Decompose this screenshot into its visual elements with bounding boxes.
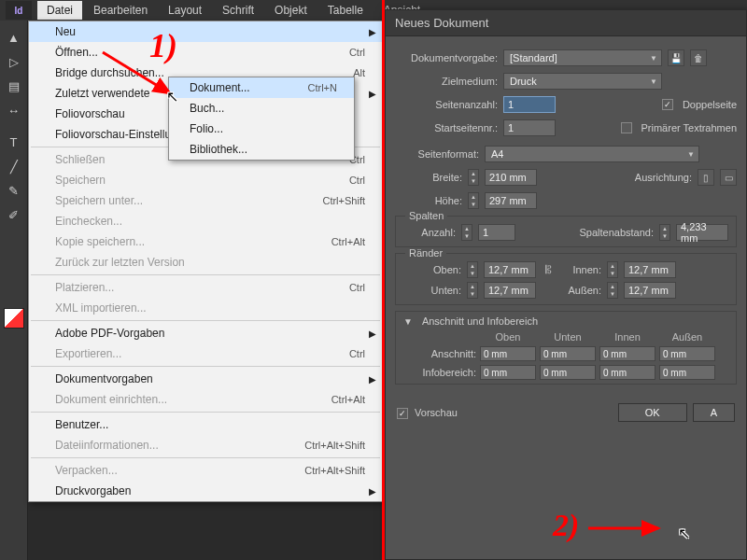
pageformat-label: Seitenformat: [395, 148, 479, 160]
save-preset-icon[interactable]: 💾 [668, 49, 684, 66]
menu-item: Zurück zur letzten Version [29, 252, 382, 273]
menu-tabelle[interactable]: Tabelle [318, 1, 373, 20]
columns-count-input[interactable]: 1 [478, 224, 515, 241]
slug-top-input[interactable]: 0 mm [480, 365, 536, 380]
bleed-outer-input[interactable]: 0 mm [659, 346, 715, 361]
delete-preset-icon[interactable]: 🗑 [690, 49, 707, 66]
menu-item: XML importieren... [29, 298, 382, 318]
margin-outer-input[interactable]: 12,7 mm [624, 282, 676, 299]
bleed-group: ▼ Anschnitt und Infobereich Oben Unten I… [395, 311, 737, 385]
page-tool-icon[interactable]: ▤ [3, 75, 25, 97]
facing-checkbox[interactable]: ✓ [662, 99, 673, 110]
margin-bottom-spinner[interactable]: ▲▼ [467, 282, 478, 299]
menu-item: Platzieren...Ctrl [29, 277, 382, 298]
bleed-bottom-input[interactable]: 0 mm [540, 346, 596, 361]
columns-count-spinner[interactable]: ▲▼ [461, 224, 472, 241]
menu-layout[interactable]: Layout [159, 1, 211, 20]
menu-item[interactable]: Benutzer... [29, 414, 382, 435]
menu-item[interactable]: Öffnen...Ctrl [29, 42, 382, 63]
height-spinner[interactable]: ▲▼ [468, 192, 479, 209]
neu-submenu: Dokument...Ctrl+NBuch...Folio...Biblioth… [168, 77, 355, 161]
menu-objekt[interactable]: Objekt [265, 1, 317, 20]
new-document-dialog: Neues Dokument Dokumentvorgabe: [Standar… [385, 9, 747, 560]
cancel-button[interactable]: A [693, 403, 735, 422]
pages-input[interactable]: 1 [503, 96, 556, 113]
bleed-hdr-inner: Innen [599, 331, 655, 343]
menu-item: Einchecken... [29, 211, 382, 231]
margin-bottom-label: Unten: [403, 285, 461, 296]
columns-gutter-spinner[interactable]: ▲▼ [659, 224, 670, 241]
slug-inner-input[interactable]: 0 mm [599, 365, 655, 380]
preview-label: Vorschau [415, 407, 458, 418]
columns-gutter-input[interactable]: 4,233 mm [676, 224, 728, 241]
pageformat-select[interactable]: A4▼ [485, 146, 699, 162]
margins-group: Ränder Oben: ▲▼ 12,7 mm 𝄡 Innen: ▲▼ 12,7… [395, 253, 737, 305]
menu-item: Verpacken...Ctrl+Alt+Shift [29, 460, 382, 481]
menu-item: Dateiinformationen...Ctrl+Alt+Shift [29, 435, 382, 455]
collapse-icon[interactable]: ▼ [403, 316, 413, 327]
cursor-icon: ↖ [166, 88, 178, 105]
menu-item[interactable]: Neu▶ [29, 21, 382, 42]
pen-tool-icon[interactable]: ✎ [3, 179, 25, 202]
landscape-icon[interactable]: ▭ [720, 169, 737, 186]
annotation-divider [382, 0, 385, 560]
direct-select-tool-icon[interactable]: ▷ [3, 50, 25, 73]
portrait-icon[interactable]: ▯ [698, 169, 714, 186]
margin-inner-label: Innen: [560, 264, 601, 275]
menu-item[interactable]: Druckvorgaben▶ [29, 481, 382, 501]
submenu-item[interactable]: Folio... [169, 119, 354, 139]
preset-select[interactable]: [Standard]▼ [503, 49, 662, 66]
submenu-item[interactable]: Buch... [169, 98, 354, 119]
ok-button[interactable]: OK [618, 403, 687, 422]
columns-title: Spalten [405, 210, 447, 221]
type-tool-icon[interactable]: T [3, 131, 25, 153]
menu-item: Exportieren...Ctrl [29, 343, 382, 364]
slug-bottom-input[interactable]: 0 mm [540, 365, 596, 380]
margin-inner-input[interactable]: 12,7 mm [624, 261, 676, 278]
startpage-label: Startseitennr.: [395, 122, 498, 133]
bleed-top-input[interactable]: 0 mm [480, 346, 536, 361]
fill-stroke-swatch[interactable] [4, 308, 24, 329]
startpage-input[interactable]: 1 [503, 119, 556, 136]
pages-label: Seitenanzahl: [395, 99, 498, 110]
submenu-item[interactable]: Dokument...Ctrl+N [169, 77, 354, 98]
annotation-arrow-2 [584, 519, 677, 538]
link-margins-icon[interactable]: 𝄡 [542, 263, 555, 276]
margin-bottom-input[interactable]: 12,7 mm [484, 282, 536, 299]
margin-inner-spinner[interactable]: ▲▼ [607, 261, 618, 278]
width-label: Breite: [395, 172, 462, 183]
menu-item: Speichern unter...Ctrl+Shift [29, 190, 382, 211]
menu-item[interactable]: Adobe PDF-Vorgaben▶ [29, 323, 382, 343]
menu-schrift[interactable]: Schrift [213, 1, 263, 20]
width-input[interactable]: 210 mm [485, 169, 537, 186]
primary-checkbox[interactable] [621, 122, 632, 133]
menu-item[interactable]: Dokumentvorgaben▶ [29, 369, 382, 389]
chevron-down-icon: ▼ [650, 77, 657, 86]
preset-label: Dokumentvorgabe: [395, 52, 498, 63]
menu-bearbeiten[interactable]: Bearbeiten [84, 1, 157, 20]
bleed-inner-input[interactable]: 0 mm [599, 346, 655, 361]
height-input[interactable]: 297 mm [485, 192, 537, 209]
bleed-hdr-top: Oben [480, 331, 536, 343]
margin-top-input[interactable]: 12,7 mm [484, 261, 536, 278]
menu-datei[interactable]: Datei [37, 1, 82, 20]
width-spinner[interactable]: ▲▼ [468, 169, 479, 186]
bleed-title: Anschnitt und Infobereich [422, 315, 538, 327]
submenu-item[interactable]: Bibliothek... [169, 139, 354, 160]
intent-select[interactable]: Druck▼ [503, 73, 662, 90]
submenu-arrow-icon: ▶ [369, 329, 376, 339]
submenu-arrow-icon: ▶ [369, 27, 376, 37]
pencil-tool-icon[interactable]: ✐ [3, 203, 25, 226]
margin-outer-spinner[interactable]: ▲▼ [607, 282, 618, 299]
submenu-arrow-icon: ▶ [369, 89, 376, 99]
preview-checkbox[interactable]: ✓ [397, 408, 408, 419]
selection-tool-icon[interactable]: ▲ [3, 26, 25, 49]
gap-tool-icon[interactable]: ↔ [3, 99, 25, 121]
margin-top-label: Oben: [403, 264, 461, 275]
margin-top-spinner[interactable]: ▲▼ [467, 261, 478, 278]
margins-title: Ränder [405, 247, 446, 259]
columns-gutter-label: Spaltenabstand: [579, 227, 654, 238]
slug-outer-input[interactable]: 0 mm [659, 365, 715, 380]
app-icon: Id [6, 1, 32, 20]
line-tool-icon[interactable]: ╱ [3, 155, 25, 177]
